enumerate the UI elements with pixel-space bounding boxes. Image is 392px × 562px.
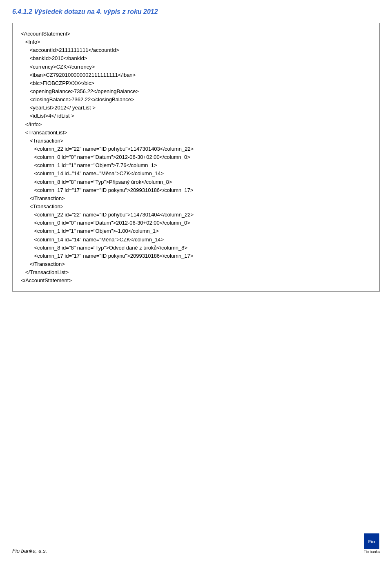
page-container: 6.4.1.2 Výsledek dotazu na 4. výpis z ro… bbox=[0, 0, 392, 300]
fio-logo-box: Fio bbox=[364, 533, 379, 549]
xml-content: <AccountStatement> <Info> <accountId>211… bbox=[21, 30, 371, 285]
footer: Fio banka, a.s. Fio Fio banka bbox=[12, 533, 380, 554]
fio-logo-text: Fio banka bbox=[363, 550, 380, 554]
fio-logo: Fio Fio banka bbox=[363, 533, 380, 554]
footer-company: Fio banka, a.s. bbox=[12, 548, 47, 554]
fio-logo-icon: Fio bbox=[366, 535, 377, 547]
page-title: 6.4.1.2 Výsledek dotazu na 4. výpis z ro… bbox=[12, 8, 380, 16]
xml-box: <AccountStatement> <Info> <accountId>211… bbox=[12, 23, 380, 292]
svg-text:Fio: Fio bbox=[368, 539, 375, 544]
